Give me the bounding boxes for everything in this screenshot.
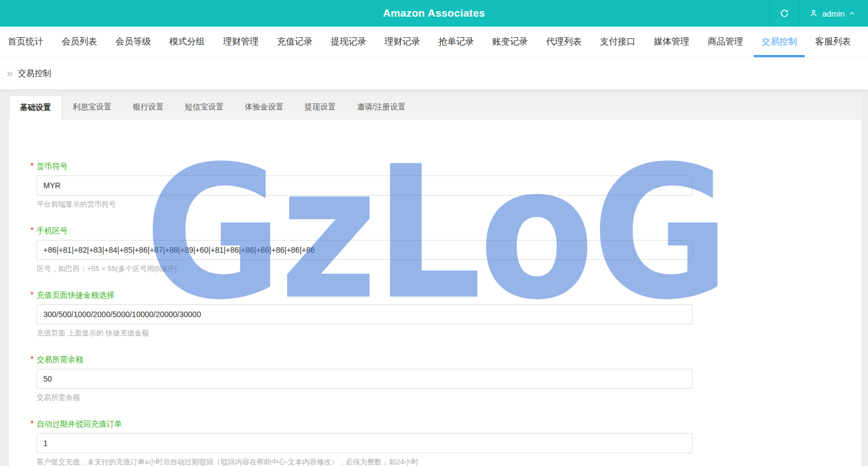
field-help: 区号，如巴西：+55 = 55(多个区号用|5隔开) <box>37 264 861 274</box>
refresh-icon <box>780 9 789 18</box>
user-icon <box>809 9 818 18</box>
nav-item-finance-mgmt[interactable]: 理财管理 <box>223 27 259 57</box>
tab-trial-fund-settings[interactable]: 体验金设置 <box>234 96 294 119</box>
page-title: Amazon Associates <box>0 7 868 19</box>
field-currency-symbol: * 货币符号 平台前端显示的货币符号 <box>37 162 861 209</box>
nav-item-member-level[interactable]: 会员等级 <box>115 27 151 57</box>
phone-area-codes-input[interactable] <box>37 240 693 260</box>
required-balance-input[interactable] <box>37 369 693 389</box>
field-label: * 货币符号 <box>37 162 861 172</box>
nav-item-agent-list[interactable]: 代理列表 <box>546 27 582 57</box>
settings-panel: 基础设置 利息宝设置 银行设置 短信宝设置 体验金设置 提现设置 邀请/注册设置… <box>9 96 861 466</box>
nav-item-withdraw-records[interactable]: 提现记录 <box>331 27 366 57</box>
refresh-button[interactable] <box>769 0 799 27</box>
required-asterisk: * <box>31 290 33 299</box>
field-label: * 手机区号 <box>37 226 861 236</box>
nav-item-payment-api[interactable]: 支付接口 <box>600 27 635 57</box>
nav-item-recharge-records[interactable]: 充值记录 <box>277 27 312 57</box>
field-auto-expire-order: * 自动过期并驳回充值订单 客户提交充值，未支付的充值订单x小时后自动过期驳回（… <box>37 419 861 466</box>
nav-item-member-list[interactable]: 会员列表 <box>62 27 97 57</box>
settings-tabs: 基础设置 利息宝设置 银行设置 短信宝设置 体验金设置 提现设置 邀请/注册设置 <box>9 96 861 119</box>
nav-item-service-list[interactable]: 客服列表 <box>815 27 851 57</box>
nav-item-home-stats[interactable]: 首页统计 <box>8 27 43 57</box>
tab-basic-settings[interactable]: 基础设置 <box>9 96 62 119</box>
required-asterisk: * <box>31 354 33 363</box>
nav-item-finance-records[interactable]: 理财记录 <box>385 27 420 57</box>
nav-item-mode-group[interactable]: 模式分组 <box>169 27 205 57</box>
required-asterisk: * <box>31 226 33 234</box>
username: admin <box>822 9 845 18</box>
field-label: * 自动过期并驳回充值订单 <box>37 419 861 429</box>
required-asterisk: * <box>31 161 33 170</box>
nav-item-balance-records[interactable]: 账变记录 <box>492 27 528 57</box>
tab-withdraw-settings[interactable]: 提现设置 <box>294 96 346 119</box>
field-label: * 充值页面快捷金额选择 <box>37 290 861 300</box>
nav-item-media-mgmt[interactable]: 媒体管理 <box>654 27 689 57</box>
currency-symbol-input[interactable] <box>37 176 693 196</box>
field-phone-area-codes: * 手机区号 区号，如巴西：+55 = 55(多个区号用|5隔开) <box>37 226 861 274</box>
breadcrumb-arrow-icon: » <box>7 67 13 78</box>
field-label: * 交易所需余额 <box>37 355 861 365</box>
field-help: 客户提交充值，未支付的充值订单x小时后自动过期驳回（驳回内容在帮助中心-文本内容… <box>37 457 861 466</box>
field-help: 平台前端显示的货币符号 <box>37 199 861 209</box>
tab-invite-register-settings[interactable]: 邀请/注册设置 <box>346 96 416 119</box>
app-header: Amazon Associates admin <box>0 0 868 27</box>
tab-bank-settings[interactable]: 银行设置 <box>122 96 174 119</box>
tab-interest-settings[interactable]: 利息宝设置 <box>62 96 122 119</box>
breadcrumb: » 交易控制 <box>0 58 868 89</box>
auto-expire-order-input[interactable] <box>37 433 693 453</box>
field-quick-amounts: * 充值页面快捷金额选择 充值页面 上面显示的 快捷充值金额 <box>37 290 861 338</box>
user-menu[interactable]: admin <box>799 0 868 27</box>
field-help: 充值页面 上面显示的 快捷充值金额 <box>37 328 861 338</box>
basic-settings-form: * 货币符号 平台前端显示的货币符号 * 手机区号 区号，如巴西：+55 = 5… <box>9 119 861 466</box>
quick-amounts-input[interactable] <box>37 304 693 324</box>
field-required-balance: * 交易所需余额 交易所需余额 <box>37 355 861 403</box>
chevron-up-icon <box>849 10 856 17</box>
breadcrumb-label: 交易控制 <box>18 68 51 79</box>
required-asterisk: * <box>31 419 33 428</box>
field-help: 交易所需余额 <box>37 393 861 403</box>
nav-item-trade-control[interactable]: 交易控制 <box>761 27 797 57</box>
nav-item-product-mgmt[interactable]: 商品管理 <box>708 27 743 57</box>
nav-item-grab-records[interactable]: 抢单记录 <box>438 27 474 57</box>
main-nav: 首页统计 会员列表 会员等级 模式分组 理财管理 充值记录 提现记录 理财记录 … <box>0 27 868 58</box>
tab-sms-settings[interactable]: 短信宝设置 <box>174 96 234 119</box>
